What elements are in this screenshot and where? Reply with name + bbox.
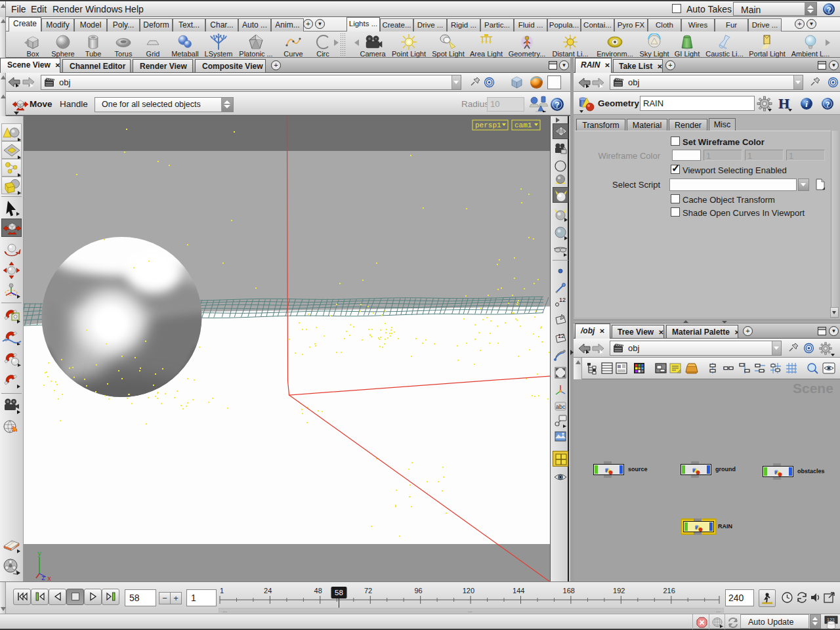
svg-text:x: x (47, 576, 51, 581)
svg-text:?: ? (555, 100, 559, 110)
svg-text:12: 12 (558, 333, 564, 339)
svg-text:120: 120 (463, 587, 474, 595)
svg-text:144: 144 (513, 587, 524, 595)
svg-text:?: ? (827, 6, 831, 14)
svg-text:72: 72 (364, 587, 372, 595)
svg-text:216: 216 (663, 587, 675, 595)
svg-text:1: 1 (220, 587, 224, 595)
svg-text:...: ... (222, 608, 227, 613)
svg-text:persp1: persp1 (475, 121, 501, 129)
svg-text:58: 58 (335, 589, 343, 597)
svg-text:?: ? (826, 100, 830, 108)
svg-text:i: i (805, 99, 808, 109)
svg-text:192: 192 (613, 587, 625, 595)
svg-text:24: 24 (264, 587, 272, 595)
svg-text:96: 96 (414, 587, 422, 595)
svg-text:...: ... (468, 608, 472, 613)
svg-text:168: 168 (563, 587, 575, 595)
svg-text:cam1: cam1 (514, 121, 532, 129)
svg-text:abc: abc (556, 404, 566, 410)
svg-text:y: y (37, 551, 41, 558)
svg-text:48: 48 (314, 587, 322, 595)
svg-text:...: ... (716, 608, 721, 613)
svg-text:z: z (41, 575, 45, 581)
svg-text:12: 12 (559, 297, 566, 303)
